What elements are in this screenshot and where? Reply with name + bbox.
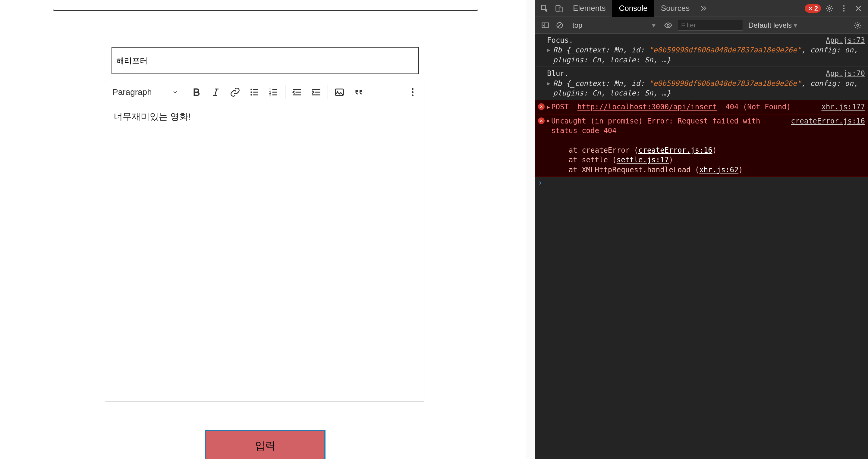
- numbered-list-icon: 123: [268, 87, 279, 98]
- log-message: Focus.: [547, 36, 573, 44]
- chevron-down-icon: ▾: [794, 21, 797, 30]
- source-link[interactable]: App.js:70: [826, 69, 865, 78]
- svg-point-16: [843, 7, 845, 9]
- image-icon: [334, 87, 345, 98]
- inspect-element-button[interactable]: [538, 2, 551, 14]
- error-icon: [538, 103, 545, 110]
- editor-content[interactable]: 너무재미있는 영화!: [105, 103, 424, 401]
- svg-point-14: [829, 7, 831, 9]
- top-input-outline: [53, 0, 478, 11]
- tab-sources[interactable]: Sources: [654, 0, 696, 17]
- svg-point-1: [250, 91, 252, 93]
- inspect-icon: [540, 4, 549, 13]
- console-settings-button[interactable]: [852, 19, 864, 31]
- indent-button[interactable]: [307, 83, 326, 101]
- image-button[interactable]: [330, 83, 349, 101]
- svg-point-9: [412, 91, 413, 93]
- source-link[interactable]: App.js:73: [826, 36, 865, 45]
- console-error-row[interactable]: createError.js:16 ▶ Uncaught (in promise…: [535, 114, 868, 177]
- devtools-tabbar: Elements Console Sources 2: [535, 0, 868, 17]
- link-icon: [230, 87, 241, 98]
- bold-button[interactable]: [187, 83, 206, 101]
- editor-text: 너무재미있는 영화!: [114, 111, 191, 121]
- expand-icon[interactable]: ▶: [547, 80, 550, 87]
- chevron-double-right-icon: [699, 4, 708, 13]
- expand-icon[interactable]: ▶: [547, 104, 550, 110]
- live-expression-button[interactable]: [662, 19, 674, 31]
- log-message: Blur.: [547, 69, 569, 78]
- numbered-list-button[interactable]: 123: [264, 83, 283, 101]
- link-button[interactable]: [225, 83, 245, 101]
- tab-console[interactable]: Console: [612, 0, 654, 17]
- console-toolbar: top ▾ Default levels ▾: [535, 17, 868, 34]
- outdent-icon: [291, 87, 302, 98]
- more-button[interactable]: [403, 83, 422, 101]
- outdent-button[interactable]: [287, 83, 307, 101]
- quote-button[interactable]: [349, 83, 368, 101]
- stack-link[interactable]: createError.js:16: [638, 146, 712, 155]
- svg-text:3: 3: [269, 93, 271, 97]
- expand-icon[interactable]: ▶: [547, 118, 550, 124]
- svg-point-0: [250, 89, 252, 90]
- console-log-row[interactable]: App.js:73 Focus. ▶ Rb {_context: Mn, id:…: [535, 34, 868, 67]
- error-count-badge[interactable]: 2: [805, 4, 821, 13]
- page-scrollbar[interactable]: [526, 0, 535, 459]
- indent-icon: [311, 87, 321, 98]
- sidebar-icon: [541, 21, 550, 30]
- italic-button[interactable]: [206, 83, 225, 101]
- stack-link[interactable]: settle.js:17: [617, 156, 669, 164]
- error-message: Uncaught (in promise) Error: Request fai…: [551, 117, 761, 135]
- submit-button[interactable]: 입력: [205, 430, 326, 459]
- log-levels-select[interactable]: Default levels ▾: [748, 21, 797, 30]
- expand-icon[interactable]: ▶: [547, 46, 550, 54]
- toolbar-separator: [285, 85, 285, 99]
- console-prompt[interactable]: ›: [535, 177, 868, 189]
- context-select[interactable]: top ▾: [569, 20, 658, 31]
- devtools-panel: Elements Console Sources 2 top ▾: [535, 0, 868, 459]
- heading-select-label: Paragraph: [113, 87, 152, 97]
- toolbar-separator: [328, 85, 328, 99]
- gear-icon: [825, 4, 834, 13]
- device-icon: [555, 4, 563, 13]
- toggle-sidebar-button[interactable]: [539, 19, 551, 31]
- svg-point-17: [843, 10, 845, 11]
- more-tabs-button[interactable]: [698, 2, 710, 14]
- svg-rect-13: [559, 7, 562, 12]
- chevron-down-icon: ▾: [652, 21, 655, 30]
- svg-point-2: [250, 94, 252, 96]
- clear-console-button[interactable]: [554, 19, 566, 31]
- svg-point-15: [843, 5, 845, 7]
- stack-link[interactable]: xhr.js:62: [699, 166, 738, 174]
- settings-button[interactable]: [824, 2, 835, 14]
- svg-point-21: [857, 24, 859, 26]
- source-link[interactable]: xhr.js:177: [822, 102, 865, 112]
- tab-elements[interactable]: Elements: [566, 0, 612, 17]
- filter-input[interactable]: [678, 20, 743, 31]
- svg-point-10: [412, 94, 413, 96]
- console-error-row[interactable]: xhr.js:177 ▶ POST http://localhost:3000/…: [535, 100, 868, 114]
- error-icon: [538, 118, 545, 124]
- close-devtools-button[interactable]: [852, 2, 864, 14]
- device-toggle-button[interactable]: [553, 2, 565, 14]
- console-output[interactable]: App.js:73 Focus. ▶ Rb {_context: Mn, id:…: [535, 34, 868, 459]
- kebab-menu-button[interactable]: [838, 2, 850, 14]
- italic-icon: [210, 87, 221, 98]
- bullet-list-icon: [249, 87, 260, 98]
- log-levels-label: Default levels: [748, 21, 792, 30]
- quote-icon: [353, 87, 364, 98]
- console-log-row[interactable]: App.js:70 Blur. ▶ Rb {_context: Mn, id: …: [535, 67, 868, 100]
- svg-point-8: [412, 88, 413, 90]
- rich-editor: Paragraph 123: [105, 81, 424, 402]
- gear-icon: [854, 21, 862, 30]
- eye-icon: [664, 21, 673, 30]
- title-input[interactable]: [112, 47, 419, 74]
- error-icon: [808, 6, 813, 11]
- close-icon: [854, 4, 863, 13]
- kebab-icon: [407, 87, 418, 98]
- request-url[interactable]: http://localhost:3000/api/insert: [578, 103, 717, 111]
- bullet-list-button[interactable]: [245, 83, 264, 101]
- error-count-value: 2: [814, 4, 818, 12]
- chevron-down-icon: [172, 89, 178, 95]
- heading-select[interactable]: Paragraph: [107, 83, 183, 101]
- editor-toolbar: Paragraph 123: [105, 81, 424, 103]
